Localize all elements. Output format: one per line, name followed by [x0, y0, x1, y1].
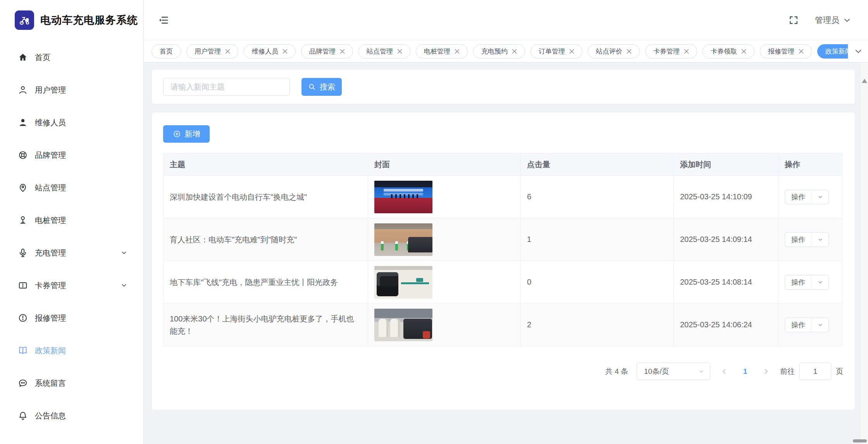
cover-shape	[377, 272, 398, 296]
goto-label: 前往	[780, 366, 795, 377]
goto-page: 前往 页	[780, 363, 843, 380]
news-cover-image	[374, 266, 432, 299]
sidebar-item-users[interactable]: 用户管理	[0, 74, 143, 106]
cover-shape	[379, 319, 389, 337]
tab-coupon-claims[interactable]: 卡券领取	[703, 44, 754, 59]
add-news-button[interactable]: 新增	[163, 125, 210, 143]
row-action-caret[interactable]	[811, 318, 828, 332]
sidebar-collapse-icon[interactable]	[158, 14, 169, 26]
news-clicks: 2	[521, 304, 674, 346]
notice-icon	[18, 411, 28, 421]
tab-order-management[interactable]: 订单管理	[530, 44, 582, 59]
tab-pile-management[interactable]: 电桩管理	[416, 44, 468, 59]
tab-charging-reservation[interactable]: 充电预约	[473, 44, 525, 59]
chevron-down-icon	[843, 16, 851, 24]
sidebar-item-charger-piles[interactable]: 电桩管理	[0, 204, 143, 237]
sidebar-item-label: 维修人员	[35, 117, 127, 128]
next-page-button[interactable]	[759, 363, 773, 380]
row-action-button[interactable]: 操作	[785, 275, 811, 289]
close-icon[interactable]	[684, 48, 689, 54]
news-cover-image	[374, 181, 432, 213]
row-action-button[interactable]: 操作	[785, 233, 811, 247]
tab-user-management[interactable]: 用户管理	[186, 44, 238, 59]
fullscreen-icon[interactable]	[789, 15, 799, 25]
close-icon[interactable]	[454, 48, 460, 54]
chevron-down-icon	[121, 282, 127, 289]
news-clicks: 1	[521, 218, 674, 261]
sidebar-item-label: 电桩管理	[35, 215, 127, 226]
close-icon[interactable]	[626, 48, 632, 54]
row-action-caret[interactable]	[811, 275, 828, 289]
location-icon	[18, 183, 28, 193]
row-action-button[interactable]: 操作	[785, 190, 811, 204]
cover-shape	[401, 282, 429, 284]
row-action-caret[interactable]	[811, 233, 828, 247]
cover-shape	[390, 319, 400, 337]
close-icon[interactable]	[282, 48, 288, 54]
goto-page-input[interactable]	[799, 363, 831, 380]
prev-page-button[interactable]	[717, 363, 731, 380]
sidebar-item-coupons[interactable]: 卡券管理	[0, 269, 143, 302]
chevron-down-icon	[817, 279, 823, 285]
news-title: 深圳加快建设首个电动自行车"换电之城"	[164, 176, 368, 218]
close-icon[interactable]	[339, 48, 345, 54]
row-action-caret[interactable]	[811, 190, 828, 204]
page-size-select[interactable]: 10条/页	[637, 363, 710, 380]
admin-dropdown[interactable]: 管理员	[815, 15, 851, 26]
row-action-button[interactable]: 操作	[785, 318, 811, 332]
tab-repair-management[interactable]: 报修管理	[760, 44, 812, 59]
search-button[interactable]: 搜索	[301, 78, 342, 96]
user-icon	[18, 85, 28, 95]
horizontal-scrollbar-thumb[interactable]	[853, 439, 867, 442]
tab-brand-management[interactable]: 品牌管理	[301, 44, 353, 59]
tab-station-reviews[interactable]: 站点评价	[588, 44, 640, 59]
sidebar-item-charging[interactable]: 充电管理	[0, 237, 143, 269]
close-icon[interactable]	[798, 48, 804, 54]
cover-shape	[408, 237, 432, 252]
sidebar-item-home[interactable]: 首页	[0, 41, 143, 74]
tab-label: 品牌管理	[309, 47, 336, 56]
sidebar-item-label: 站点管理	[35, 183, 127, 193]
sidebar-item-messages[interactable]: 系统留言	[0, 367, 143, 399]
tab-coupon-management[interactable]: 卡券管理	[645, 44, 697, 59]
sidebar-item-repairs[interactable]: 报修管理	[0, 302, 143, 334]
vertical-scrollbar[interactable]	[860, 62, 868, 444]
close-icon[interactable]	[397, 48, 402, 54]
message-icon	[18, 378, 28, 388]
close-icon[interactable]	[512, 48, 517, 54]
charger-pile-icon	[18, 215, 28, 225]
tab-label: 站点评价	[596, 47, 622, 56]
news-title: 育人社区：电动车"充电难"到"随时充"	[164, 218, 368, 261]
tab-maintenance-staff[interactable]: 维修人员	[244, 44, 296, 59]
tab-label: 报修管理	[768, 47, 794, 56]
sidebar-item-announcements[interactable]: 公告信息	[0, 399, 143, 432]
page-number-1[interactable]: 1	[738, 367, 752, 376]
close-icon[interactable]	[741, 48, 746, 54]
tabs-more-dropdown[interactable]	[848, 40, 868, 62]
tab-label: 订单管理	[539, 47, 565, 56]
sidebar-item-maintenance-staff[interactable]: 维修人员	[0, 106, 143, 139]
news-title: 地下车库"飞线"充电，隐患严重业主忧丨阳光政务	[164, 261, 368, 304]
news-time: 2025-03-25 14:06:24	[674, 304, 778, 346]
tab-home[interactable]: 首页	[152, 44, 181, 59]
sidebar-item-label: 品牌管理	[35, 150, 127, 161]
tab-station-management[interactable]: 站点管理	[358, 44, 410, 59]
chevron-down-icon	[698, 368, 704, 375]
row-action-split-button: 操作	[785, 275, 829, 290]
page-size-value: 10条/页	[644, 366, 695, 377]
top-header: 管理员	[144, 0, 868, 40]
news-time: 2025-03-25 14:09:14	[674, 218, 778, 261]
sidebar-item-brands[interactable]: 品牌管理	[0, 139, 143, 171]
sidebar-item-policy-news[interactable]: 政策新闻	[0, 334, 143, 367]
news-icon	[18, 346, 28, 356]
close-icon[interactable]	[225, 48, 230, 54]
column-header-clicks: 点击量	[521, 154, 674, 176]
search-input[interactable]	[163, 78, 290, 96]
table-header-row: 主题 封面 点击量 添加时间 操作	[164, 154, 842, 176]
scroll-up-arrow-icon[interactable]	[862, 79, 867, 83]
tab-label: 首页	[160, 47, 173, 56]
goto-unit: 页	[836, 366, 843, 377]
sidebar-item-stations[interactable]: 站点管理	[0, 171, 143, 204]
close-icon[interactable]	[569, 48, 574, 54]
news-panel: 新增 主题 封面 点击量 添加时间 操作 深圳加快建设首个电动自行车"换电之城"	[152, 112, 855, 410]
